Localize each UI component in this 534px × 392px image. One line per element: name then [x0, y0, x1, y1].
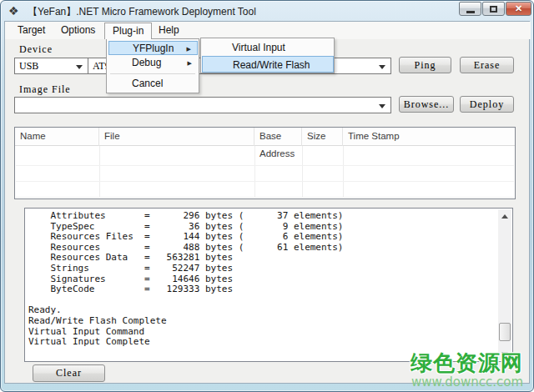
table-gridline	[254, 146, 255, 198]
chevron-down-icon[interactable]	[379, 65, 385, 69]
chevron-down-icon[interactable]	[76, 65, 83, 69]
menu-item-options[interactable]: Options	[53, 23, 103, 38]
device-port-value: USB	[19, 58, 38, 73]
debug-label: Debug	[132, 57, 161, 68]
table-gridline	[302, 146, 303, 198]
chevron-down-icon[interactable]	[379, 104, 385, 108]
menu-item-debug[interactable]: Debug ▶	[108, 56, 198, 70]
submenu-arrow-icon: ▶	[187, 42, 191, 56]
column-header-size[interactable]: Size	[302, 128, 343, 146]
browse-button[interactable]: Browse...	[399, 96, 454, 113]
table-gridline	[16, 181, 514, 182]
app-window: ❖ 【YeFan】.NET Micro Framework Deployment…	[0, 0, 534, 392]
clear-button-label: Clear	[56, 367, 82, 379]
column-header-name[interactable]: Name	[15, 128, 99, 146]
console-text: Attributes = 296 bytes ( 37 elements) Ty…	[28, 211, 344, 348]
window-title: 【YeFan】.NET Micro Framework Deployment T…	[28, 5, 256, 19]
column-header-time-stamp[interactable]: Time Stamp	[343, 128, 515, 146]
menu-item-target[interactable]: Target	[10, 23, 53, 38]
output-console[interactable]: Attributes = 296 bytes ( 37 elements) Ty…	[24, 208, 513, 362]
menu-separator	[110, 73, 195, 74]
watermark-site-name: 绿色资源网	[411, 351, 523, 374]
scroll-up-icon	[501, 214, 508, 219]
submenu-arrow-icon: ▶	[188, 56, 192, 70]
yfplugin-label: YFPlugIn	[133, 43, 174, 54]
device-port-combobox[interactable]: USB	[14, 58, 88, 74]
yfplugin-submenu: Virtual Input Read/Write Flash	[200, 38, 335, 73]
erase-button[interactable]: Erase	[460, 57, 514, 73]
column-header-base-address[interactable]: Base Address	[254, 128, 302, 146]
titlebar[interactable]: ❖ 【YeFan】.NET Micro Framework Deployment…	[1, 1, 534, 21]
deploy-button[interactable]: Deploy	[460, 96, 514, 113]
deploy-button-label: Deploy	[470, 98, 504, 111]
console-scrollbar[interactable]	[498, 209, 511, 360]
maximize-icon	[490, 6, 497, 13]
scrollbar-thumb[interactable]	[499, 323, 511, 341]
table-gridline	[343, 146, 344, 198]
scroll-up-button[interactable]	[498, 209, 511, 223]
device-label: Device	[19, 43, 53, 56]
table-gridline	[16, 165, 514, 166]
table-gridline	[16, 197, 514, 198]
read-write-flash-label: Read/Write Flash	[233, 59, 310, 71]
maximize-button[interactable]	[482, 2, 505, 16]
minimize-button[interactable]	[459, 2, 481, 16]
menu-item-yfplugin[interactable]: YFPlugIn ▶	[108, 41, 198, 55]
image-file-combobox[interactable]	[14, 97, 391, 113]
menu-item-plugin[interactable]: Plug-in	[104, 23, 152, 39]
watermark-site-url: www.downcc.com	[411, 374, 523, 389]
table-header-row: Name File Base Address Size Time Stamp	[15, 128, 515, 146]
plugin-menu: YFPlugIn ▶ Debug ▶ Cancel	[106, 38, 199, 93]
menu-item-help[interactable]: Help	[151, 23, 187, 38]
close-button[interactable]: ✕	[506, 2, 531, 16]
submenu-item-read-write-flash[interactable]: Read/Write Flash	[202, 56, 334, 73]
column-header-file[interactable]: File	[99, 128, 254, 146]
erase-button-label: Erase	[474, 59, 501, 72]
cancel-label: Cancel	[132, 78, 163, 89]
image-file-label: Image File	[19, 83, 71, 96]
ping-button-label: Ping	[414, 59, 436, 72]
table-gridline	[99, 146, 100, 198]
minimize-icon	[466, 11, 475, 13]
close-icon: ✕	[515, 3, 522, 15]
virtual-input-label: Virtual Input	[232, 42, 285, 53]
submenu-item-virtual-input[interactable]: Virtual Input	[202, 39, 334, 56]
menu-item-cancel[interactable]: Cancel	[108, 77, 198, 91]
app-icon[interactable]: ❖	[8, 4, 19, 18]
assemblies-table: Name File Base Address Size Time Stamp	[14, 127, 516, 199]
clear-button[interactable]: Clear	[33, 364, 105, 382]
browse-button-label: Browse...	[404, 98, 450, 111]
ping-button[interactable]: Ping	[399, 57, 451, 73]
